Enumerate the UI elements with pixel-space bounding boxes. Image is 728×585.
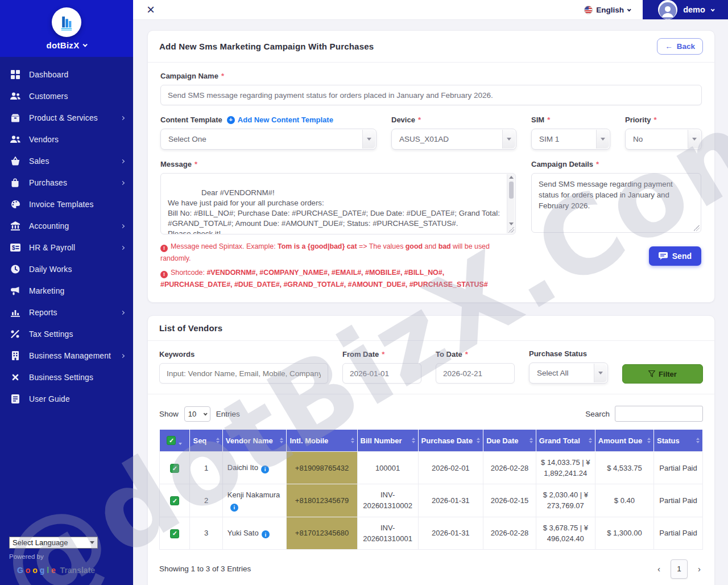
sidebar-item-product-services[interactable]: Product & Services <box>0 107 133 129</box>
content-template-label: Content Template <box>160 116 222 124</box>
keywords-input[interactable] <box>159 363 328 384</box>
col-header-due-date[interactable]: Due Date <box>483 430 536 452</box>
sidebar-item-label: Sales <box>29 157 49 166</box>
next-page-button[interactable]: › <box>696 563 703 575</box>
amount-due-cell: $ 1,300.00 <box>595 517 653 549</box>
info-icon[interactable]: i <box>261 465 269 473</box>
sidebar-item-tax-settings[interactable]: Tax Settings <box>0 323 133 345</box>
due-date-cell: 2026-02-15 <box>483 484 536 517</box>
sidebar-item-business-settings[interactable]: Business Settings <box>0 366 133 388</box>
from-date-input[interactable] <box>342 363 421 384</box>
row-checkbox[interactable]: ✓ <box>170 464 179 473</box>
brand-name: dotBizX <box>47 40 80 50</box>
sidebar-item-label: Dashboard <box>29 71 68 79</box>
to-date-input[interactable] <box>436 363 515 384</box>
col-header-vendor-name[interactable]: Vendor Name <box>222 430 287 452</box>
due-date-cell: 2026-02-28 <box>483 517 536 549</box>
sidebar-item-user-guide[interactable]: User Guide <box>0 388 133 410</box>
chevron-right-icon <box>121 159 125 163</box>
sidebar-brand[interactable]: dotBizX <box>0 0 133 57</box>
caret-down-icon <box>367 138 371 141</box>
sidebar-item-business-management[interactable]: Business Management <box>0 345 133 366</box>
col-header-purchase-date[interactable]: Purchase Date <box>418 430 483 452</box>
bill-number-cell: 100001 <box>357 452 418 484</box>
chevron-right-icon <box>121 353 125 357</box>
col-header-seq[interactable]: Seq <box>190 430 222 452</box>
chevron-right-icon <box>121 224 125 228</box>
chevron-down-icon <box>203 411 207 415</box>
sort-icon <box>412 438 415 443</box>
col-header-intl-mobile[interactable]: Intl. Mobile <box>287 430 357 452</box>
campaign-details-textarea[interactable]: Send SMS message regarding payment statu… <box>531 173 701 233</box>
sidebar-item-customers[interactable]: Customers <box>0 85 133 107</box>
google-letter: o <box>32 566 38 575</box>
sidebar-item-dashboard[interactable]: Dashboard <box>0 64 133 85</box>
resize-grip[interactable] <box>694 225 700 231</box>
col-header-bill-number[interactable]: Bill Number <box>357 430 418 452</box>
keywords-label: Keywords <box>159 350 328 359</box>
caret-down-icon <box>601 138 605 141</box>
priority-select[interactable]: No <box>625 129 702 150</box>
vendors-title: List of Vendors <box>159 323 222 333</box>
page-number-button[interactable]: 1 <box>671 559 688 579</box>
textarea-scrollbar[interactable] <box>507 174 515 233</box>
sidebar-item-reports[interactable]: Reports <box>0 302 133 323</box>
sidebar-item-accounting[interactable]: Accounting <box>0 215 133 237</box>
col-header-amount-due[interactable]: Amount Due <box>595 430 653 452</box>
info-icon[interactable]: i <box>262 530 270 538</box>
google-letter: g <box>40 566 45 575</box>
device-select[interactable]: ASUS_X01AD <box>391 129 516 150</box>
sidebar-item-label: User Guide <box>29 395 70 403</box>
back-button[interactable]: ← Back <box>657 38 703 55</box>
show-label: Show <box>159 410 179 418</box>
from-date-label: From Date* <box>342 350 421 359</box>
search-input[interactable] <box>615 406 703 422</box>
prev-page-button[interactable]: ‹ <box>655 563 663 575</box>
back-label: Back <box>677 42 695 51</box>
campaign-name-input[interactable] <box>160 85 702 105</box>
bill-number-cell: INV-202601310002 <box>357 484 418 517</box>
scroll-down-icon[interactable] <box>509 223 514 225</box>
sidebar-item-label: Vendors <box>29 135 59 144</box>
sidebar-item-marketing[interactable]: Marketing <box>0 280 133 302</box>
row-checkbox[interactable]: ✓ <box>170 496 179 505</box>
page-content: Add New Sms Marketing Campaign With Purc… <box>133 20 728 585</box>
add-content-template-link[interactable]: + Add New Content Template <box>227 116 333 124</box>
resize-grip[interactable] <box>508 227 514 233</box>
col-header-status[interactable]: Status <box>653 430 702 452</box>
sidebar-item-vendors[interactable]: Vendors <box>0 129 133 150</box>
google-translate-brand[interactable]: G o o g l e Translate <box>9 566 124 575</box>
sim-select[interactable]: SIM 1 <box>531 129 610 150</box>
purchase-status-select[interactable]: Select All <box>529 362 608 384</box>
send-button[interactable]: Send <box>649 246 701 266</box>
sidebar-item-sales[interactable]: Sales <box>0 150 133 172</box>
entries-per-page-select[interactable]: 10 <box>184 406 210 422</box>
payroll-card-icon: $ <box>10 242 20 253</box>
row-checkbox[interactable]: ✓ <box>170 529 179 538</box>
close-icon[interactable]: × <box>147 3 155 17</box>
content-template-select[interactable]: Select One <box>160 129 377 150</box>
scroll-up-icon[interactable] <box>509 176 514 179</box>
building-bars-icon <box>57 13 76 32</box>
sidebar-item-hr-payroll[interactable]: $ HR & Payroll <box>0 237 133 258</box>
sidebar-item-invoice-templates[interactable]: Invoice Templates <box>0 193 133 215</box>
avatar <box>658 0 677 19</box>
filter-button[interactable]: Filter <box>622 364 703 384</box>
percent-icon <box>10 329 20 339</box>
page-title: Add New Sms Marketing Campaign With Purc… <box>159 42 374 51</box>
sidebar-item-purchases[interactable]: Purchases <box>0 172 133 193</box>
col-header-grand-total[interactable]: Grand Total <box>536 430 595 452</box>
scrollbar-thumb[interactable] <box>509 182 514 199</box>
sim-label: SIM* <box>531 116 610 124</box>
user-menu[interactable]: demo <box>643 0 728 19</box>
message-textarea[interactable]: Dear #VENDORNM#! We have just paid for y… <box>160 173 516 234</box>
chevron-right-icon <box>121 245 125 249</box>
sidebar-item-daily-works[interactable]: Daily Works <box>0 258 133 280</box>
select-all-checkbox[interactable]: ✓ <box>167 436 176 445</box>
svg-text:$: $ <box>12 245 15 251</box>
info-icon[interactable]: i <box>230 504 238 512</box>
google-language-select[interactable]: Select Language <box>9 537 98 549</box>
translate-label: Translate <box>60 566 95 575</box>
shopping-bag-icon <box>10 178 20 188</box>
language-picker[interactable]: English <box>584 6 630 14</box>
